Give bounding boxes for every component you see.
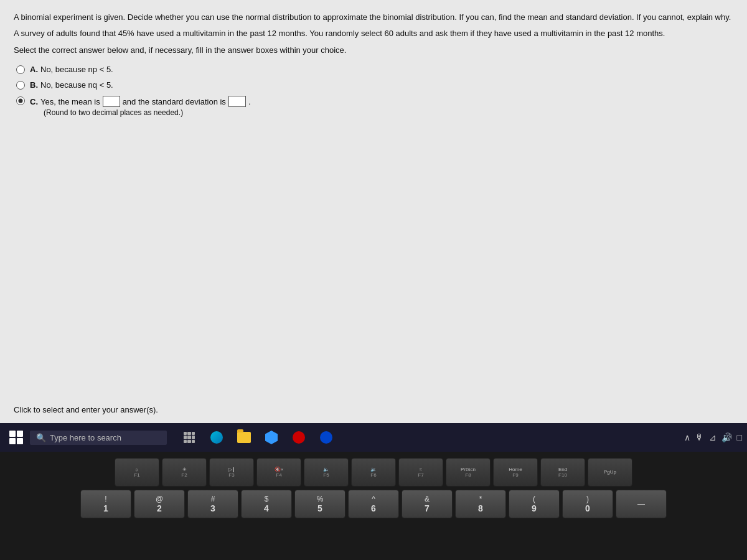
- key-1[interactable]: ! 1: [80, 490, 131, 518]
- option-c-between: and the standard deviation is: [123, 97, 226, 106]
- taskbar-app-folder[interactable]: [232, 425, 256, 450]
- fn-key-row: ☼ F1 ✳ F2 ▷‖ F3 🔇× F4 🔈 F5 🔉 F6 ≈ F7 Prt…: [5, 458, 742, 487]
- key-f2[interactable]: ✳ F2: [162, 458, 207, 487]
- radio-a[interactable]: [16, 65, 25, 74]
- taskbar-app-edge[interactable]: [204, 425, 229, 450]
- key-f6[interactable]: 🔉 F6: [351, 458, 396, 487]
- taskbar: 🔍 Type here to search ∧ 🎙 ⊿: [0, 423, 747, 452]
- folder-icon: [237, 432, 251, 443]
- option-a-text: No, because np < 5.: [40, 65, 113, 74]
- mean-input[interactable]: [103, 96, 120, 107]
- wifi-icon[interactable]: ⊿: [709, 432, 716, 442]
- num-key-row: ! 1 @ 2 # 3 $ 4 % 5 ^ 6 & 7 * 8: [5, 490, 742, 518]
- key-f8[interactable]: PrtScn F8: [446, 458, 491, 487]
- option-a-label: A.: [30, 65, 38, 74]
- question-line1: A binomial experiment is given. Decide w…: [14, 11, 733, 24]
- search-placeholder: Type here to search: [50, 433, 121, 442]
- camera-icon: [293, 431, 305, 444]
- option-c-row: C. Yes, the mean is and the standard dev…: [16, 96, 733, 117]
- key-f1[interactable]: ☼ F1: [115, 458, 159, 487]
- key-3[interactable]: # 3: [187, 490, 238, 518]
- click-instruction: Click to select and enter your answer(s)…: [14, 405, 158, 414]
- key-2[interactable]: @ 2: [134, 490, 185, 518]
- windows-icon: [9, 431, 23, 444]
- key-f3[interactable]: ▷‖ F3: [209, 458, 254, 487]
- key-f9[interactable]: Home F9: [493, 458, 538, 487]
- radio-c[interactable]: [16, 96, 25, 105]
- taskbar-apps: [177, 425, 339, 450]
- key-6[interactable]: ^ 6: [348, 490, 399, 518]
- option-c-line1: C. Yes, the mean is and the standard dev…: [30, 96, 251, 107]
- stddev-input[interactable]: [228, 96, 246, 107]
- taskbar-search[interactable]: 🔍 Type here to search: [30, 431, 167, 445]
- question-line2: A survey of adults found that 45% have u…: [14, 27, 733, 40]
- grid-icon: [184, 432, 195, 443]
- start-button[interactable]: [5, 426, 27, 449]
- microphone-icon[interactable]: 🎙: [695, 432, 704, 442]
- key-5[interactable]: % 5: [294, 490, 345, 518]
- options-container: A. No, because np < 5. B. No, because nq…: [16, 65, 733, 117]
- taskbar-app-red[interactable]: [286, 425, 311, 450]
- key-f5[interactable]: 🔈 F5: [304, 458, 349, 487]
- key-f7[interactable]: ≈ F7: [398, 458, 443, 487]
- taskbar-app-blue[interactable]: [314, 425, 339, 450]
- select-instruction: Select the correct answer below and, if …: [14, 45, 733, 55]
- option-b-label: B.: [30, 80, 38, 90]
- key-f10[interactable]: End F10: [540, 458, 585, 487]
- option-b-text: No, because nq < 5.: [40, 80, 113, 90]
- option-c-label: C.: [30, 97, 38, 106]
- key-f4[interactable]: 🔇× F4: [256, 458, 301, 487]
- search-icon: 🔍: [36, 433, 46, 442]
- key-pgup[interactable]: PgUp: [588, 458, 632, 487]
- app-blue-icon: [320, 431, 332, 444]
- key-9[interactable]: ( 9: [509, 490, 560, 518]
- keyboard: ☼ F1 ✳ F2 ▷‖ F3 🔇× F4 🔈 F5 🔉 F6 ≈ F7 Prt…: [0, 452, 747, 560]
- key-4[interactable]: $ 4: [241, 490, 292, 518]
- taskbar-app-shield[interactable]: [259, 425, 284, 450]
- option-a-row: A. No, because np < 5.: [16, 65, 733, 74]
- key-7[interactable]: & 7: [402, 490, 453, 518]
- radio-b[interactable]: [16, 81, 25, 90]
- option-c-note: (Round to two decimal places as needed.): [44, 108, 251, 117]
- option-c-before: Yes, the mean is: [40, 97, 100, 106]
- main-content: A binomial experiment is given. Decide w…: [0, 0, 747, 423]
- key-0[interactable]: ) 0: [562, 490, 613, 518]
- key-8[interactable]: * 8: [455, 490, 506, 518]
- shield-icon: [265, 431, 278, 444]
- option-c-after: .: [248, 97, 251, 106]
- key-dash[interactable]: —: [616, 490, 667, 518]
- chevron-up-icon[interactable]: ∧: [684, 432, 690, 442]
- notification-icon[interactable]: □: [737, 432, 742, 442]
- taskbar-app-grid[interactable]: [177, 425, 202, 450]
- volume-icon[interactable]: 🔊: [721, 432, 732, 442]
- taskbar-right: ∧ 🎙 ⊿ 🔊 □: [684, 432, 742, 442]
- edge-icon: [210, 431, 223, 444]
- option-b-row: B. No, because nq < 5.: [16, 80, 733, 90]
